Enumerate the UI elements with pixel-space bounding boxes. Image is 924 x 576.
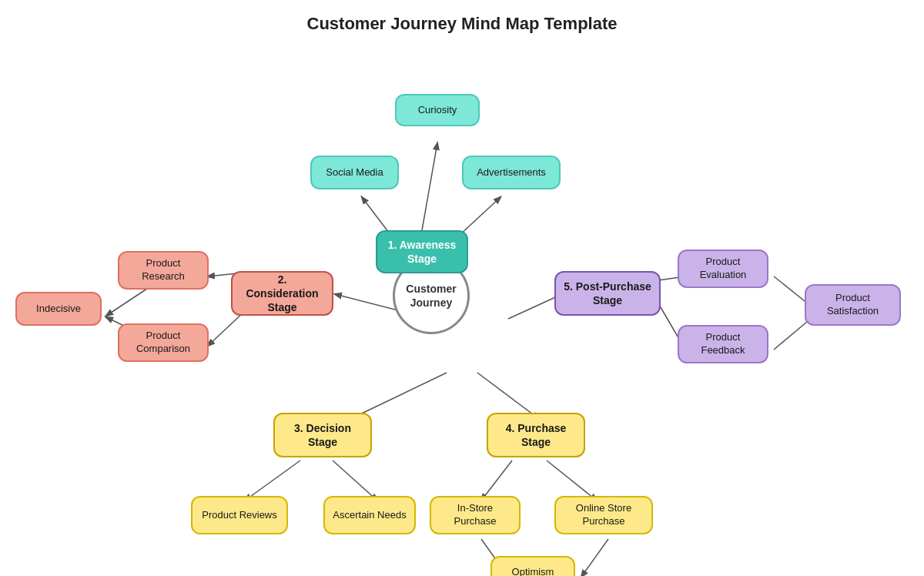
node-awareness-label: 1. AwarenessStage — [388, 238, 457, 266]
node-optimism: Optimism — [490, 556, 575, 576]
svg-line-6 — [208, 311, 245, 346]
node-product-reviews-label: Product Reviews — [202, 509, 277, 522]
node-social-media: Social Media — [310, 156, 399, 189]
svg-line-16 — [333, 460, 377, 501]
node-indecisive-label: Indecisive — [36, 303, 81, 316]
node-purchase: 4. PurchaseStage — [487, 413, 585, 457]
node-product-feedback: ProductFeedback — [678, 325, 768, 363]
node-ascertain-needs: Ascertain Needs — [323, 496, 416, 534]
svg-line-1 — [422, 143, 437, 230]
node-product-research: ProductResearch — [118, 251, 209, 290]
node-product-research-label: ProductResearch — [142, 257, 185, 283]
node-product-evaluation: ProductEvaluation — [678, 249, 768, 288]
node-online-store-purchase-label: Online StorePurchase — [576, 502, 631, 528]
node-curiosity: Curiosity — [395, 94, 480, 126]
node-product-comparison: ProductComparison — [118, 323, 209, 362]
svg-line-15 — [245, 460, 300, 501]
node-post-purchase: 5. Post-PurchaseStage — [554, 271, 661, 316]
svg-line-14 — [350, 373, 447, 419]
node-purchase-label: 4. PurchaseStage — [506, 421, 567, 449]
node-indecisive: Indecisive — [15, 292, 102, 326]
node-advertisements-label: Advertisements — [477, 166, 546, 179]
page-title: Customer Journey Mind Map Template — [0, 0, 924, 34]
node-social-media-label: Social Media — [326, 166, 383, 179]
node-advertisements: Advertisements — [462, 156, 561, 189]
node-product-comparison-label: ProductComparison — [136, 330, 190, 356]
node-curiosity-label: Curiosity — [418, 104, 457, 117]
node-online-store-purchase: Online StorePurchase — [554, 496, 653, 534]
node-consideration-label: 2. ConsiderationStage — [240, 273, 324, 315]
node-center-label: Customer Journey — [403, 282, 460, 310]
svg-line-19 — [547, 460, 597, 501]
node-post-purchase-label: 5. Post-PurchaseStage — [564, 280, 651, 307]
node-instore-purchase-label: In-StorePurchase — [454, 502, 497, 528]
node-consideration: 2. ConsiderationStage — [231, 271, 333, 316]
svg-line-3 — [459, 197, 500, 236]
node-product-satisfaction-label: ProductSatisfaction — [827, 292, 879, 318]
node-product-feedback-label: ProductFeedback — [701, 331, 745, 357]
node-ascertain-needs-label: Ascertain Needs — [333, 509, 406, 522]
svg-line-20 — [581, 539, 608, 576]
node-product-reviews: Product Reviews — [191, 496, 288, 534]
node-instore-purchase: In-StorePurchase — [430, 496, 521, 534]
node-decision-label: 3. DecisionStage — [294, 421, 351, 449]
node-product-evaluation-label: ProductEvaluation — [700, 256, 747, 282]
svg-line-17 — [477, 373, 539, 419]
svg-line-18 — [481, 460, 512, 501]
node-product-satisfaction: ProductSatisfaction — [805, 284, 901, 326]
node-awareness: 1. AwarenessStage — [376, 230, 468, 273]
mind-map: Customer Journey 1. AwarenessStage Curio… — [0, 42, 924, 576]
node-decision: 3. DecisionStage — [273, 413, 372, 457]
node-optimism-label: Optimism — [512, 566, 554, 576]
